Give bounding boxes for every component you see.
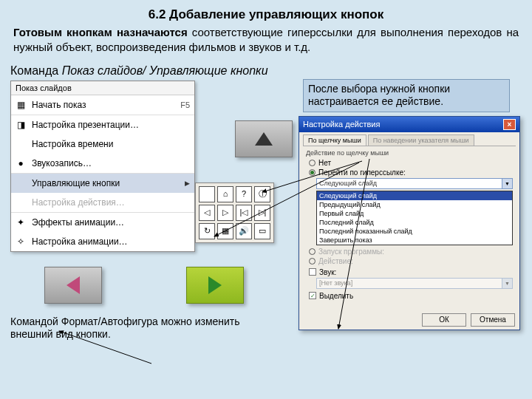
checkbox-icon: ✓ xyxy=(309,292,316,299)
blank-icon xyxy=(14,197,27,208)
palette-cell[interactable]: ↻ xyxy=(199,223,215,239)
gear-icon: ◨ xyxy=(14,119,27,131)
submenu-arrow-icon: ▶ xyxy=(185,180,190,187)
menu-label: Настройка времени xyxy=(32,139,190,149)
command-italic: Показ слайдов/ Управляющие кнопки xyxy=(62,64,268,77)
ok-button[interactable]: ОК xyxy=(422,313,466,327)
tab-hover[interactable]: По наведении указателя мыши xyxy=(368,134,474,146)
check-label: Звук: xyxy=(319,268,336,276)
radio-hyperlink[interactable]: Перейти по гиперссылке: xyxy=(309,168,513,177)
radio-label: Нет xyxy=(318,159,331,167)
list-item[interactable]: Первый слайд xyxy=(317,209,512,218)
tab-click[interactable]: По щелчку мыши xyxy=(303,134,366,146)
menu-label: Управляющие кнопки xyxy=(32,178,180,188)
action-settings-dialog: Настройка действия × По щелчку мыши По н… xyxy=(299,116,520,330)
list-item[interactable]: Следующий слайд xyxy=(317,191,512,200)
menu-label: Звукозапись… xyxy=(32,158,190,168)
menu-shortcut: F5 xyxy=(180,100,190,109)
check-label: Выделить xyxy=(319,292,353,300)
menu-item-custom-anim[interactable]: ✧ Настройка анимации… xyxy=(11,232,194,251)
palette-cell[interactable]: ◁ xyxy=(199,205,215,221)
list-item[interactable]: Последний слайд xyxy=(317,218,512,227)
mic-icon: ● xyxy=(14,157,27,169)
dialog-tabs: По щелчку мыши По наведении указателя мы… xyxy=(299,132,519,146)
combo-value: Следующий слайд xyxy=(317,179,512,188)
radio-icon xyxy=(309,248,316,255)
command-prefix: Команда xyxy=(10,64,62,77)
triangle-up-icon xyxy=(255,132,273,146)
command-line: Команда Показ слайдов/ Управляющие кнопк… xyxy=(0,55,532,79)
menu-item-setup[interactable]: ◨ Настройка презентации… xyxy=(11,115,194,134)
cancel-button[interactable]: Отмена xyxy=(471,313,515,327)
palette-cell[interactable]: 🔊 xyxy=(236,223,252,239)
menu-title: Показ слайдов xyxy=(11,81,194,95)
triangle-left-icon xyxy=(66,276,80,294)
palette-cell[interactable]: |◁ xyxy=(236,205,252,221)
group-title: Действие по щелчку мыши xyxy=(306,149,513,157)
menu-item-record[interactable]: ● Звукозапись… xyxy=(11,154,194,174)
highlight-check[interactable]: ✓Выделить xyxy=(309,292,513,300)
chevron-down-icon[interactable]: ▼ xyxy=(502,179,512,188)
anim-icon: ✧ xyxy=(14,236,27,248)
menu-label: Эффекты анимации… xyxy=(32,217,190,228)
star-icon: ✦ xyxy=(14,216,27,228)
radio-icon xyxy=(309,258,316,265)
caption-action-settings: После выбора нужной кнопки настраивается… xyxy=(303,79,510,112)
dialog-title-text: Настройка действия xyxy=(303,120,380,129)
combo-value: [Нет звука] xyxy=(317,279,512,287)
sample-button-back xyxy=(44,267,102,304)
dialog-footer: ОК Отмена xyxy=(422,313,515,327)
sound-combo: [Нет звука]▼ xyxy=(316,278,513,289)
blank-icon xyxy=(14,177,27,189)
palette-cell[interactable]: ⓘ xyxy=(254,186,270,202)
radio-label: Действие: xyxy=(318,257,353,265)
sample-button-up xyxy=(235,120,293,157)
menu-item-action-buttons[interactable]: Управляющие кнопки ▶ xyxy=(11,174,194,193)
palette-cell[interactable]: ⌂ xyxy=(217,186,233,202)
dialog-titlebar: Настройка действия × xyxy=(299,117,519,132)
sound-check[interactable]: Звук: xyxy=(309,268,513,276)
palette-cell[interactable]: ? xyxy=(236,186,252,202)
radio-icon xyxy=(309,160,316,166)
checkbox-icon xyxy=(309,268,316,276)
action-button-palette[interactable]: ⌂ ? ⓘ ◁ ▷ |◁ ▷| ↻ ▦ 🔊 ▭ xyxy=(195,183,274,243)
radio-label: Запуск программы: xyxy=(318,248,384,256)
blank-icon xyxy=(14,138,27,150)
chevron-down-icon: ▼ xyxy=(502,279,512,288)
menu-label: Начать показ xyxy=(32,100,176,110)
close-icon[interactable]: × xyxy=(503,119,516,130)
list-item[interactable]: Предыдущий слайд xyxy=(317,200,512,209)
triangle-right-icon xyxy=(208,276,222,294)
radio-label: Перейти по гиперссылке: xyxy=(318,168,406,177)
menu-item-rehearse[interactable]: Настройка времени xyxy=(11,134,194,154)
menu-item-effects[interactable]: ✦ Эффекты анимации… xyxy=(11,213,194,232)
intro-bold: Готовым кнопкам назначаются xyxy=(13,26,192,38)
dialog-body: Действие по щелчку мыши Нет Перейти по г… xyxy=(303,146,516,301)
hyperlink-dropdown-list[interactable]: Следующий слайд Предыдущий слайд Первый … xyxy=(316,191,513,245)
palette-cell[interactable]: ▷ xyxy=(217,205,233,221)
slideshow-menu: Показ слайдов ▦ Начать показ F5 ◨ Настро… xyxy=(10,81,195,252)
list-item[interactable]: Завершить показ xyxy=(317,236,512,245)
radio-icon xyxy=(309,169,316,176)
menu-label: Настройка анимации… xyxy=(32,236,190,247)
menu-label: Настройка действия… xyxy=(32,197,190,208)
play-icon: ▦ xyxy=(14,99,27,111)
sample-button-forward xyxy=(186,267,244,304)
radio-run-program: Запуск программы: xyxy=(309,248,513,256)
list-item[interactable]: Последний показанный слайд xyxy=(317,227,512,236)
radio-obj-action: Действие: xyxy=(309,257,513,265)
palette-cell[interactable]: ▭ xyxy=(254,223,270,239)
workarea: Показ слайдов ▦ Начать показ F5 ◨ Настро… xyxy=(0,81,532,347)
menu-item-start[interactable]: ▦ Начать показ F5 xyxy=(11,95,194,115)
hyperlink-combo[interactable]: Следующий слайд▼ xyxy=(316,178,513,189)
palette-cell[interactable]: ▷| xyxy=(254,205,270,221)
section-heading: 6.2 Добавление управляющих кнопок xyxy=(0,0,532,22)
palette-cell[interactable] xyxy=(199,186,215,202)
radio-none[interactable]: Нет xyxy=(309,159,513,167)
intro-paragraph: Готовым кнопкам назначаются соответствую… xyxy=(0,22,532,55)
menu-item-action-settings: Настройка действия… xyxy=(11,193,194,213)
menu-label: Настройка презентации… xyxy=(32,120,190,130)
caption-format: Командой Формат/Автофигура можно изменит… xyxy=(10,316,247,341)
palette-cell[interactable]: ▦ xyxy=(217,223,233,239)
